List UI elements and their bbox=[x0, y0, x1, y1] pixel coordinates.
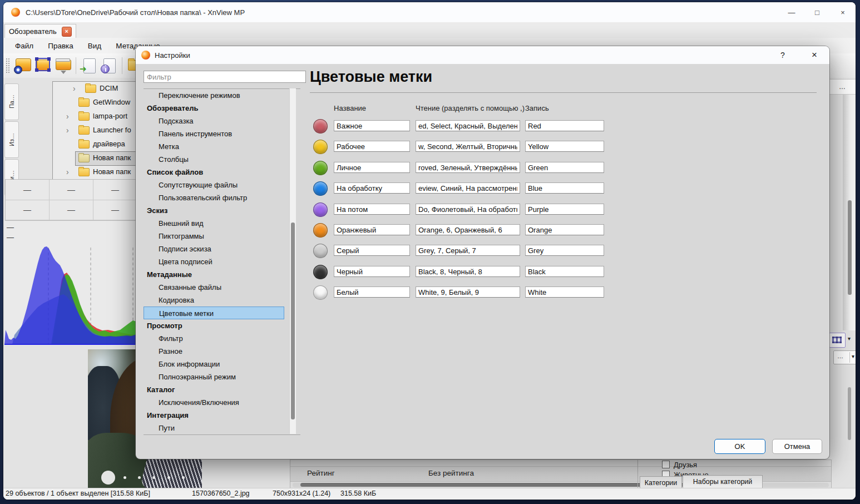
close-button[interactable]: × bbox=[830, 2, 856, 22]
nav-item[interactable]: Блок информации bbox=[144, 358, 300, 370]
minimize-button[interactable]: — bbox=[779, 2, 804, 22]
label-name-input[interactable] bbox=[334, 141, 410, 152]
nav-item[interactable]: Фильтр bbox=[144, 332, 300, 345]
label-name-input[interactable] bbox=[334, 162, 410, 173]
vertical-scrollbar[interactable] bbox=[843, 95, 856, 330]
nav-section[interactable]: Каталог bbox=[144, 383, 300, 396]
chevron-right-icon[interactable]: › bbox=[73, 84, 76, 93]
nav-section[interactable]: Эскиз bbox=[144, 204, 300, 217]
nav-item[interactable]: Столбцы bbox=[144, 153, 300, 166]
nav-item[interactable]: Пользовательский фильтр bbox=[144, 191, 300, 204]
pager-dot-active[interactable] bbox=[101, 471, 115, 485]
color-swatch[interactable] bbox=[313, 223, 328, 238]
nav-item[interactable]: Панель инструментов bbox=[144, 127, 300, 140]
maximize-button[interactable]: □ bbox=[804, 2, 830, 22]
nav-item[interactable]: Пути bbox=[144, 422, 300, 434]
label-write-input[interactable] bbox=[525, 120, 604, 131]
label-write-input[interactable] bbox=[525, 162, 604, 173]
label-name-input[interactable] bbox=[334, 286, 410, 298]
view-image-button[interactable] bbox=[14, 57, 32, 74]
nav-item[interactable]: Переключение режимов bbox=[144, 89, 300, 102]
pager-dot[interactable] bbox=[152, 476, 155, 479]
nav-item[interactable]: Разное bbox=[144, 345, 300, 358]
slideshow-button[interactable] bbox=[54, 57, 72, 74]
label-read-input[interactable] bbox=[416, 182, 520, 194]
tab-category-sets[interactable]: Наборы категорий bbox=[683, 475, 763, 488]
nav-section[interactable]: Просмотр bbox=[144, 319, 300, 332]
color-swatch[interactable] bbox=[313, 202, 328, 217]
scrollbar-thumb[interactable] bbox=[291, 223, 295, 419]
ok-button[interactable]: OK bbox=[714, 439, 765, 454]
label-read-input[interactable] bbox=[416, 286, 520, 298]
label-write-input[interactable] bbox=[525, 204, 604, 215]
menu-view[interactable]: Вид bbox=[81, 42, 108, 50]
nav-item[interactable]: Сопутствующие файлы bbox=[144, 179, 300, 191]
chevron-right-icon[interactable]: › bbox=[66, 126, 69, 135]
label-write-input[interactable] bbox=[525, 266, 604, 277]
nav-item[interactable]: Полноэкранный режим bbox=[144, 370, 300, 383]
nav-item[interactable]: Внешний вид bbox=[144, 217, 300, 230]
label-write-input[interactable] bbox=[525, 182, 604, 194]
more-options-button[interactable]: … ▾ bbox=[833, 350, 856, 364]
vertical-scrollbar[interactable] bbox=[844, 367, 854, 461]
panel-more-button[interactable]: … bbox=[828, 79, 856, 95]
cancel-button[interactable]: Отмена bbox=[772, 439, 822, 454]
label-write-input[interactable] bbox=[525, 286, 604, 298]
color-swatch[interactable] bbox=[313, 140, 328, 154]
scrollbar-thumb[interactable] bbox=[848, 200, 852, 295]
nav-item-selected[interactable]: Цветовые метки bbox=[144, 307, 284, 319]
pager-dot[interactable] bbox=[182, 476, 185, 479]
nav-section[interactable]: Обозреватель bbox=[144, 102, 300, 115]
label-read-input[interactable] bbox=[416, 162, 520, 173]
label-name-input[interactable] bbox=[334, 120, 410, 131]
label-name-input[interactable] bbox=[334, 266, 410, 277]
view-mode-button[interactable] bbox=[829, 333, 846, 348]
nav-item[interactable]: Подписи эскиза bbox=[144, 243, 300, 255]
nav-item[interactable]: Связанные файлы bbox=[144, 281, 300, 294]
pager-dot[interactable] bbox=[167, 476, 170, 479]
settings-filter-input[interactable] bbox=[144, 71, 306, 83]
chevron-right-icon[interactable]: › bbox=[66, 112, 69, 121]
color-swatch[interactable] bbox=[313, 119, 328, 134]
label-name-input[interactable] bbox=[334, 204, 410, 215]
convert-button[interactable]: ➔ bbox=[80, 57, 98, 74]
nav-section[interactable]: Интеграция bbox=[144, 409, 300, 422]
nav-item[interactable]: Цвета подписей bbox=[144, 255, 300, 268]
help-button[interactable]: ? bbox=[773, 46, 792, 64]
category-checkbox-row[interactable]: Друзья bbox=[662, 461, 697, 469]
label-read-input[interactable] bbox=[416, 224, 520, 235]
color-swatch[interactable] bbox=[313, 181, 328, 196]
pager-dot[interactable] bbox=[123, 476, 126, 479]
nav-item[interactable]: Метка bbox=[144, 140, 300, 153]
color-swatch[interactable] bbox=[313, 161, 328, 175]
label-read-input[interactable] bbox=[416, 245, 520, 256]
dropdown-arrow-icon[interactable]: ▾ bbox=[848, 335, 851, 342]
fullscreen-button[interactable] bbox=[34, 57, 52, 74]
nav-section[interactable]: Метаданные bbox=[144, 268, 300, 281]
label-write-input[interactable] bbox=[525, 141, 604, 152]
nav-scrollbar[interactable] bbox=[289, 88, 296, 434]
menu-file[interactable]: Файл bbox=[8, 42, 41, 50]
scrollbar-thumb[interactable] bbox=[848, 387, 851, 440]
label-name-input[interactable] bbox=[334, 224, 410, 235]
toolbar-grip[interactable] bbox=[6, 58, 9, 73]
label-read-input[interactable] bbox=[416, 141, 520, 152]
tab-close-icon[interactable]: × bbox=[62, 27, 72, 37]
label-name-input[interactable] bbox=[334, 182, 410, 194]
label-read-input[interactable] bbox=[416, 266, 520, 277]
nav-item[interactable]: Пиктограммы bbox=[144, 230, 300, 243]
pager-dot[interactable] bbox=[138, 476, 141, 479]
label-read-input[interactable] bbox=[416, 120, 520, 131]
dialog-close-button[interactable]: × bbox=[805, 46, 824, 64]
checkbox-icon[interactable] bbox=[662, 461, 670, 468]
label-write-input[interactable] bbox=[525, 245, 604, 256]
label-write-input[interactable] bbox=[525, 224, 604, 235]
chevron-right-icon[interactable]: › bbox=[66, 167, 69, 176]
nav-item[interactable]: Подсказка bbox=[144, 115, 300, 127]
rail-tab-favorites[interactable]: Из… bbox=[4, 121, 19, 158]
color-swatch[interactable] bbox=[313, 244, 328, 258]
nav-section[interactable]: Список файлов bbox=[144, 166, 300, 179]
label-name-input[interactable] bbox=[334, 245, 410, 256]
color-swatch[interactable] bbox=[313, 285, 328, 300]
nav-item[interactable]: Кодировка bbox=[144, 294, 300, 307]
